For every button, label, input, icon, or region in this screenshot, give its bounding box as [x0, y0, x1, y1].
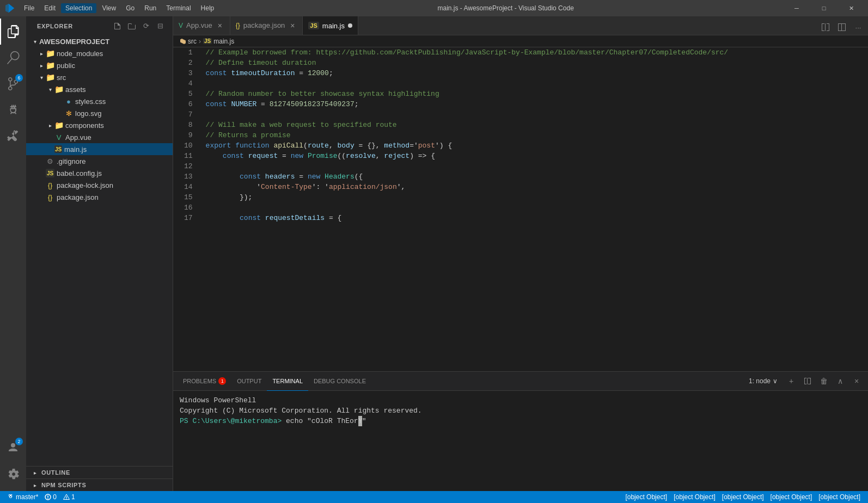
menu-go[interactable]: Go	[121, 3, 139, 13]
no-arrow	[56, 97, 64, 106]
split-editor-button[interactable]	[818, 20, 833, 35]
no-arrow	[37, 169, 46, 177]
problems-label: PROBLEMS	[183, 378, 216, 384]
tree-item-babel-config[interactable]: JS babel.config.js	[26, 167, 173, 179]
menu-file[interactable]: File	[20, 3, 39, 13]
line-num-6: 6	[184, 99, 193, 109]
collapse-all-button[interactable]: ⊟	[154, 20, 166, 32]
tree-item-src[interactable]: ▾ 📁 src	[26, 71, 173, 83]
no-arrow	[37, 157, 46, 165]
toggle-layout-button[interactable]	[834, 20, 849, 35]
tab-main-js[interactable]: JS main.js	[303, 16, 358, 35]
tab-debug-console[interactable]: DEBUG CONSOLE	[308, 372, 371, 391]
minimize-button[interactable]: ─	[784, 0, 809, 16]
menu-help[interactable]: Help	[197, 3, 219, 13]
new-folder-button[interactable]	[126, 20, 138, 32]
tab-problems[interactable]: PROBLEMS 1	[178, 372, 231, 391]
terminal-panel: PROBLEMS 1 OUTPUT TERMINAL DEBUG CONSOLE	[173, 371, 868, 491]
folder-icon: 📁	[46, 61, 54, 70]
tree-item-assets[interactable]: ▾ 📁 assets	[26, 83, 173, 95]
activity-accounts[interactable]: 2	[0, 434, 26, 461]
tree-item-logo-svg[interactable]: ✻ logo.svg	[26, 107, 173, 119]
assets-label: assets	[65, 85, 86, 94]
more-actions-button[interactable]: ···	[851, 20, 866, 35]
tree-item-public[interactable]: ▸ 📁 public	[26, 59, 173, 71]
folder-icon: 📁	[54, 85, 63, 94]
json-file-icon: {}	[46, 193, 54, 201]
status-eol[interactable]: [object Object]	[767, 491, 816, 503]
tree-item-app-vue[interactable]: V App.vue	[26, 131, 173, 143]
tree-item-node-modules[interactable]: ▸ 📁 node_modules	[26, 47, 173, 59]
terminal-name: 1: node	[749, 377, 771, 385]
tab-output[interactable]: OUTPUT	[231, 372, 267, 391]
code-terminal-area: 1 2 3 4 5 6 7 8 9 10 11 12 13 14 15 16 1	[173, 47, 868, 491]
tab-package-json[interactable]: {} package.json ×	[230, 16, 303, 35]
split-terminal-button[interactable]	[800, 374, 815, 388]
close-panel-button[interactable]: ×	[849, 374, 864, 388]
folder-icon: 📁	[54, 121, 63, 130]
collapse-arrow-icon: ▾	[46, 85, 54, 94]
tree-item-package-json[interactable]: {} package.json	[26, 191, 173, 203]
tab-app-vue[interactable]: V App.vue ×	[173, 16, 230, 35]
activity-search[interactable]	[0, 45, 26, 71]
line-num-8: 8	[184, 120, 193, 130]
npm-scripts-header[interactable]: ▸ NPM SCRIPTS	[26, 479, 173, 491]
tree-item-main-js[interactable]: JS main.js	[26, 143, 173, 155]
new-terminal-button[interactable]: +	[784, 374, 798, 388]
activity-debug[interactable]	[0, 97, 26, 123]
tab-close-button[interactable]: ×	[288, 21, 297, 30]
code-line-5: // Random number to better showcase synt…	[206, 89, 859, 99]
status-warnings[interactable]: 1	[60, 491, 78, 503]
tree-item-components[interactable]: ▸ 📁 components	[26, 119, 173, 131]
breadcrumb-src[interactable]: src	[180, 38, 197, 45]
code-line-14: 'Content-Type': 'application/json',	[206, 182, 859, 192]
code-editor[interactable]: 1 2 3 4 5 6 7 8 9 10 11 12 13 14 15 16 1	[173, 47, 868, 371]
code-line-17: const requestDetails = {	[206, 213, 859, 223]
activity-settings[interactable]	[0, 461, 26, 487]
activity-explorer[interactable]	[0, 19, 26, 45]
breadcrumb: src › JS main.js	[173, 35, 868, 47]
menu-terminal[interactable]: Terminal	[162, 3, 195, 13]
status-bar: master* 0 1 [object Object] [object Obje…	[0, 491, 868, 503]
babel-file-icon: JS	[46, 169, 54, 177]
close-button[interactable]: ✕	[839, 0, 864, 16]
tree-item-gitignore[interactable]: ⚙ .gitignore	[26, 155, 173, 167]
window-controls: ─ □ ✕	[784, 0, 864, 16]
terminal-label: TERMINAL	[272, 378, 303, 384]
code-content[interactable]: // Example borrowed from: https://github…	[201, 47, 868, 371]
menu-run[interactable]: Run	[140, 3, 161, 13]
status-branch[interactable]: master*	[4, 491, 41, 503]
refresh-button[interactable]: ⟳	[140, 20, 152, 32]
new-file-button[interactable]	[112, 20, 124, 32]
breadcrumb-main-js[interactable]: JS main.js	[203, 38, 234, 45]
menu-selection[interactable]: Selection	[61, 3, 96, 13]
terminal-cursor: Y	[358, 416, 362, 426]
status-position[interactable]: [object Object]	[622, 491, 670, 503]
code-line-3: const timeoutDuration = 12000;	[206, 68, 859, 78]
terminal-content[interactable]: Windows PowerShell Copyright (C) Microso…	[173, 391, 868, 491]
status-spaces[interactable]: [object Object]	[670, 491, 719, 503]
tree-item-package-lock[interactable]: {} package-lock.json	[26, 179, 173, 191]
tree-item-awesomeproject[interactable]: ▾ AWESOMEPROJECT	[26, 35, 173, 47]
vue-file-icon: V	[54, 133, 63, 142]
status-encoding[interactable]: [object Object]	[719, 491, 767, 503]
js-icon: JS	[203, 38, 212, 44]
tab-label: App.vue	[186, 21, 212, 29]
outline-section-header[interactable]: ▸ OUTLINE	[26, 467, 173, 479]
maximize-panel-button[interactable]: ∧	[833, 374, 847, 388]
activity-extensions[interactable]	[0, 123, 26, 149]
line-num-9: 9	[184, 130, 193, 140]
status-language[interactable]: [object Object]	[815, 491, 864, 503]
line-num-2: 2	[184, 58, 193, 68]
tab-close-button[interactable]: ×	[216, 21, 224, 30]
no-arrow	[46, 145, 54, 154]
activity-source-control[interactable]: 6	[0, 71, 26, 97]
kill-terminal-button[interactable]: 🗑	[817, 374, 831, 388]
tab-terminal[interactable]: TERMINAL	[267, 372, 308, 391]
menu-edit[interactable]: Edit	[40, 3, 60, 13]
status-errors[interactable]: 0	[41, 491, 60, 503]
terminal-selector[interactable]: 1: node ∨	[744, 376, 782, 386]
menu-view[interactable]: View	[97, 3, 120, 13]
maximize-button[interactable]: □	[811, 0, 836, 16]
tree-item-styles-css[interactable]: ● styles.css	[26, 95, 173, 107]
